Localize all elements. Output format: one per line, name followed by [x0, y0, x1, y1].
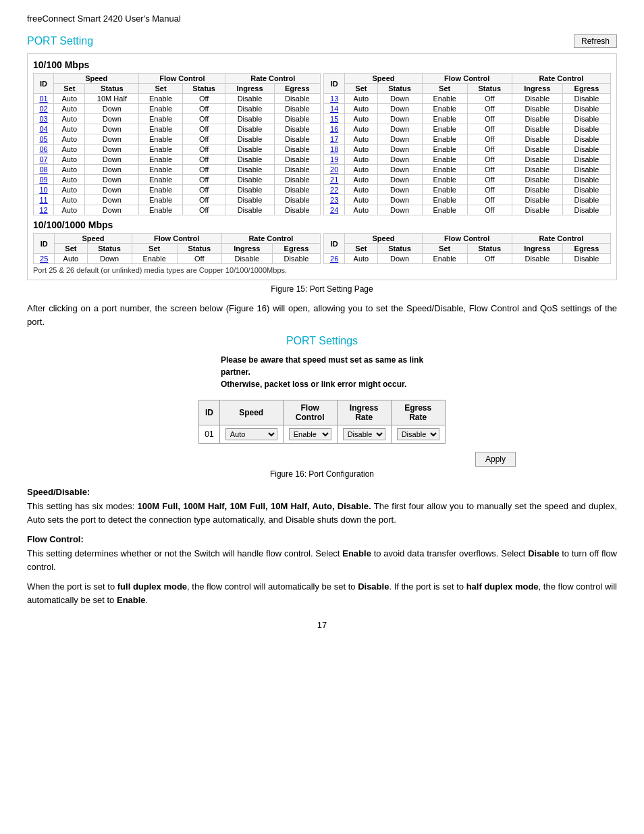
port-link[interactable]: 21 [330, 176, 338, 184]
port-link[interactable]: 23 [330, 196, 338, 204]
port-link[interactable]: 15 [330, 115, 338, 123]
config-row-01: 01 Auto100M Full100M Half10M Full10M Hal… [199, 425, 445, 444]
body-text-1: After clicking on a port number, the scr… [27, 302, 617, 328]
th-eg-gig-left: Egress [272, 244, 320, 254]
config-ingress-cell[interactable]: Disable256K512K1M2M4M8M [337, 425, 391, 444]
th-ingress-left: Ingress [225, 84, 274, 94]
table-row: 03 Auto Down Enable Off Disable Disable [34, 114, 321, 124]
table-row: 04 Auto Down Enable Off Disable Disable [34, 124, 321, 134]
ingress-select[interactable]: Disable256K512K1M2M4M8M [343, 428, 385, 440]
table-row: 09 Auto Down Enable Off Disable Disable [34, 175, 321, 185]
figure2-caption: Figure 16: Port Configuration [27, 469, 617, 479]
refresh-button[interactable]: Refresh [574, 34, 617, 48]
port-link[interactable]: 09 [39, 176, 47, 184]
right-port-table: ID Speed Flow Control Rate Control Set S… [323, 73, 611, 215]
th-rate-gig-left: Rate Control [221, 234, 320, 244]
port-note: Port 25 & 26 default (or unlinked) media… [33, 266, 611, 274]
table-row: 12 Auto Down Enable Off Disable Disable [34, 205, 321, 215]
th-id-right: ID [324, 74, 345, 94]
port-link[interactable]: 22 [330, 186, 338, 194]
th-ing-gig-left: Ingress [221, 244, 272, 254]
table-row: 13 Auto Down Enable Off Disable Disable [324, 94, 611, 104]
port-settings-title: PORT Settings [27, 335, 617, 347]
config-th-ingress: IngressRate [337, 400, 391, 425]
port-link[interactable]: 17 [330, 135, 338, 143]
apply-button[interactable]: Apply [475, 452, 516, 467]
th-ingress-right: Ingress [512, 84, 562, 94]
port-link[interactable]: 19 [330, 155, 338, 163]
table-row: 25 Auto Down Enable Off Disable Disable [34, 254, 321, 264]
speed-disable-heading: Speed/Disable: [27, 487, 617, 497]
page-number: 17 [27, 620, 617, 630]
config-th-egress: EgressRate [391, 400, 445, 425]
th-flow-status-left: Status [182, 84, 225, 94]
th-id-gig-left: ID [34, 234, 55, 254]
port-link[interactable]: 04 [39, 125, 47, 133]
th-id-gig-right: ID [324, 234, 345, 254]
config-egress-cell[interactable]: Disable256K512K1M2M4M8M [391, 425, 445, 444]
port-link[interactable]: 02 [39, 105, 47, 113]
th-speed-right: Speed [345, 74, 422, 84]
left-port-table: ID Speed Flow Control Rate Control Set S… [33, 73, 321, 215]
subsection-100mbps: 10/100 Mbps [33, 59, 611, 70]
th-rate-left: Rate Control [225, 74, 321, 84]
port-setting-title: PORT Setting [27, 35, 93, 47]
speed-disable-text: This setting has six modes: 100M Full, 1… [27, 500, 617, 526]
th-flow-gig-right: Flow Control [422, 234, 512, 244]
port-link[interactable]: 05 [39, 135, 47, 143]
speed-select[interactable]: Auto100M Full100M Half10M Full10M HalfDi… [225, 428, 277, 440]
port-link[interactable]: 03 [39, 115, 47, 123]
port-link[interactable]: 08 [39, 165, 47, 174]
th-ing-gig-right: Ingress [512, 244, 562, 254]
port-link[interactable]: 13 [330, 95, 338, 103]
th-flow-set-right: Set [422, 84, 467, 94]
flow-select[interactable]: EnableDisable [289, 428, 331, 440]
port-link[interactable]: 20 [330, 165, 338, 174]
config-th-flow: FlowControl [283, 400, 337, 425]
table-row: 23 Auto Down Enable Off Disable Disable [324, 195, 611, 205]
port-link[interactable]: 25 [40, 255, 48, 263]
th-eg-gig-right: Egress [562, 244, 610, 254]
port-link[interactable]: 18 [330, 145, 338, 153]
port-link[interactable]: 16 [330, 125, 338, 133]
table-row: 17 Auto Down Enable Off Disable Disable [324, 134, 611, 145]
table-row: 01 Auto 10M Half Enable Off Disable Disa… [34, 94, 321, 104]
port-link[interactable]: 11 [39, 196, 47, 204]
th-speed-set-right: Set [345, 84, 377, 94]
table-row: 19 Auto Down Enable Off Disable Disable [324, 155, 611, 165]
table-row: 18 Auto Down Enable Off Disable Disable [324, 145, 611, 155]
th-egress-right: Egress [562, 84, 610, 94]
th-egress-left: Egress [274, 84, 320, 94]
port-link[interactable]: 01 [39, 95, 47, 103]
th-speed-status-right: Status [377, 84, 422, 94]
port-link[interactable]: 07 [39, 155, 47, 163]
table-row: 24 Auto Down Enable Off Disable Disable [324, 205, 611, 215]
table-row: 02 Auto Down Enable Off Disable Disable [34, 104, 321, 114]
port-link[interactable]: 26 [330, 255, 338, 263]
port-link[interactable]: 14 [330, 105, 338, 113]
table-row: 07 Auto Down Enable Off Disable Disable [34, 155, 321, 165]
th-fts-gig-right: Status [467, 244, 512, 254]
table-row: 22 Auto Down Enable Off Disable Disable [324, 185, 611, 195]
th-ss-gig-right: Set [345, 244, 377, 254]
config-flow-cell[interactable]: EnableDisable [283, 425, 337, 444]
port-link[interactable]: 06 [39, 145, 47, 153]
table-row: 21 Auto Down Enable Off Disable Disable [324, 175, 611, 185]
table-row: 10 Auto Down Enable Off Disable Disable [34, 185, 321, 195]
config-speed-cell[interactable]: Auto100M Full100M Half10M Full10M HalfDi… [219, 425, 283, 444]
port-link[interactable]: 10 [39, 186, 47, 194]
th-rate-right: Rate Control [512, 74, 610, 84]
table-row: 14 Auto Down Enable Off Disable Disable [324, 104, 611, 114]
th-ss-gig-left: Set [55, 244, 87, 254]
th-rate-gig-right: Rate Control [512, 234, 610, 244]
th-speed-set-left: Set [54, 84, 85, 94]
port-link[interactable]: 12 [39, 206, 47, 214]
port-link[interactable]: 24 [330, 206, 338, 214]
flow-control-heading: Flow Control: [27, 534, 617, 544]
egress-select[interactable]: Disable256K512K1M2M4M8M [397, 428, 439, 440]
config-table: ID Speed FlowControl IngressRate EgressR… [198, 400, 445, 444]
th-speed-gig-right: Speed [345, 234, 422, 244]
table-row: 05 Auto Down Enable Off Disable Disable [34, 134, 321, 145]
table-row: 20 Auto Down Enable Off Disable Disable [324, 165, 611, 175]
flow-control-para1: This setting determines whether or not t… [27, 547, 617, 573]
